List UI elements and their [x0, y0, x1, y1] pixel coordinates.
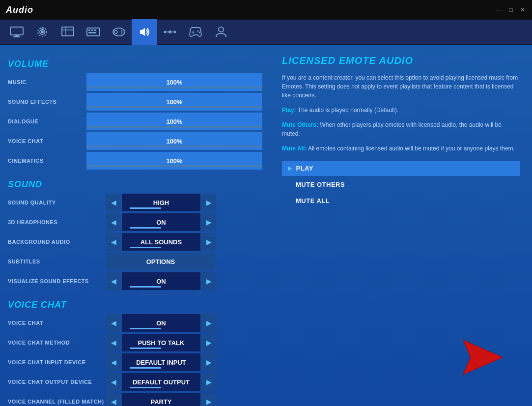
voice-chat-row: VOICE CHAT ◀ ON ▶ [8, 314, 262, 332]
voice-channel-control: ◀ PARTY ▶ [106, 393, 216, 406]
voice-input-next[interactable]: ▶ [201, 353, 216, 371]
bg-audio-prev[interactable]: ◀ [106, 233, 121, 251]
nav-display[interactable] [55, 19, 81, 45]
svg-marker-18 [140, 28, 145, 36]
nav-bar [0, 20, 532, 45]
volume-section-title: VOLUME [8, 59, 262, 69]
nav-audio[interactable] [132, 19, 157, 45]
option-mute-others[interactable]: MUTE OTHERS [282, 177, 520, 192]
info-play-desc: Play: The audio is played normally (Defa… [282, 106, 520, 115]
voice-channel-value: PARTY [122, 393, 200, 406]
cinematics-value: 100% [166, 157, 182, 165]
visualize-row: VISUALIZE SOUND EFFECTS ◀ ON ▶ [8, 272, 262, 290]
sound-quality-prev[interactable]: ◀ [106, 194, 121, 211]
mute-all-desc-text: All emotes containing licensed audio wil… [308, 145, 515, 152]
svg-rect-2 [13, 36, 20, 37]
headphones-row: 3D HEADPHONES ◀ ON ▶ [8, 213, 262, 231]
dialogue-value: 100% [166, 118, 182, 125]
voice-chat-vol-label: VOICE CHAT [8, 138, 86, 144]
option-play[interactable]: ▶ PLAY [282, 161, 520, 176]
play-arrow-icon: ▶ [288, 165, 292, 172]
subtitles-row: SUBTITLES OPTIONS [8, 253, 262, 270]
maximize-button[interactable]: □ [507, 6, 514, 13]
option-mute-all-label: MUTE ALL [296, 197, 330, 204]
svg-rect-10 [88, 29, 90, 31]
voice-channel-next[interactable]: ▶ [201, 393, 216, 406]
headphones-control: ◀ ON ▶ [106, 213, 216, 231]
visualize-label: VISUALIZE SOUND EFFECTS [8, 278, 106, 284]
bg-audio-label: BACKGROUND AUDIO [8, 239, 106, 245]
info-description: If you are a content creator, you can se… [282, 73, 520, 100]
voice-output-prev[interactable]: ◀ [106, 373, 121, 391]
left-panel: VOLUME MUSIC 100% SOUND EFFECTS 100% DIA… [0, 45, 270, 406]
bg-audio-control: ◀ ALL SOUNDS ▶ [106, 233, 216, 251]
bg-audio-value: ALL SOUNDS [122, 233, 200, 251]
svg-point-27 [199, 32, 200, 33]
right-panel: LICENSED EMOTE AUDIO If you are a conten… [270, 45, 532, 406]
subtitles-options-btn[interactable]: OPTIONS [106, 253, 215, 270]
voice-input-row: VOICE CHAT INPUT DEVICE ◀ DEFAULT INPUT … [8, 353, 262, 371]
voice-channel-prev[interactable]: ◀ [106, 393, 121, 406]
bg-audio-next[interactable]: ▶ [201, 233, 216, 251]
mute-all-highlight: Mute All: [282, 145, 307, 152]
music-bar[interactable]: 100% [86, 73, 262, 91]
voice-chat-vol-bar[interactable]: 100% [86, 132, 262, 150]
play-highlight: Play: [282, 107, 296, 114]
window-controls: — □ ✕ [496, 6, 526, 13]
close-button[interactable]: ✕ [519, 6, 526, 13]
headphones-label: 3D HEADPHONES [8, 219, 106, 225]
sound-effects-bar[interactable]: 100% [86, 93, 262, 111]
visualize-next[interactable]: ▶ [201, 272, 216, 290]
svg-point-16 [121, 30, 123, 32]
headphones-next[interactable]: ▶ [201, 213, 216, 231]
option-play-label: PLAY [296, 165, 313, 172]
voice-chat-control: ◀ ON ▶ [106, 314, 216, 332]
sound-quality-value: HIGH [122, 194, 200, 211]
voice-input-value: DEFAULT INPUT [122, 353, 200, 371]
visualize-control: ◀ ON ▶ [106, 272, 216, 290]
nav-gamepad[interactable] [183, 19, 208, 45]
nav-settings[interactable] [29, 19, 55, 45]
sound-effects-value: 100% [166, 98, 182, 106]
svg-point-15 [114, 30, 117, 33]
visualize-prev[interactable]: ◀ [106, 272, 121, 290]
info-mute-all-desc: Mute All: All emotes containing licensed… [282, 144, 520, 153]
voice-chat-method-prev[interactable]: ◀ [106, 334, 121, 351]
sound-quality-control: ◀ HIGH ▶ [106, 194, 216, 211]
music-row: MUSIC 100% [8, 73, 262, 91]
cinematics-bar[interactable]: 100% [86, 152, 262, 170]
voice-chat-next[interactable]: ▶ [201, 314, 216, 332]
voice-output-next[interactable]: ▶ [201, 373, 216, 391]
minimize-button[interactable]: — [496, 6, 503, 13]
nav-network[interactable] [157, 19, 183, 45]
headphones-value: ON [122, 213, 200, 231]
nav-monitor[interactable] [4, 19, 29, 45]
nav-controller-alt[interactable] [106, 19, 132, 45]
svg-rect-6 [62, 27, 74, 36]
sound-section-title: SOUND [8, 179, 262, 190]
music-value: 100% [166, 79, 182, 86]
headphones-prev[interactable]: ◀ [106, 213, 121, 231]
voice-input-prev[interactable]: ◀ [106, 353, 121, 371]
bg-audio-row: BACKGROUND AUDIO ◀ ALL SOUNDS ▶ [8, 233, 262, 251]
svg-rect-1 [15, 35, 19, 36]
voice-channel-row: VOICE CHANNEL (FILLED MATCH) ◀ PARTY ▶ [8, 393, 262, 406]
option-mute-all[interactable]: MUTE ALL [282, 193, 520, 208]
sound-quality-label: SOUND QUALITY [8, 200, 106, 205]
svg-point-20 [164, 31, 167, 33]
voice-chat-method-control: ◀ PUSH TO TALK ▶ [106, 334, 216, 351]
sound-quality-next[interactable]: ▶ [201, 194, 216, 211]
sound-quality-row: SOUND QUALITY ◀ HIGH ▶ [8, 194, 262, 211]
nav-account[interactable] [208, 19, 234, 45]
voice-chat-method-next[interactable]: ▶ [201, 334, 216, 351]
sound-effects-row: SOUND EFFECTS 100% [8, 93, 262, 111]
voice-chat-vol-value: 100% [166, 138, 182, 145]
subtitles-label: SUBTITLES [8, 259, 106, 264]
dialogue-label: DIALOGUE [8, 118, 86, 124]
voice-input-label: VOICE CHAT INPUT DEVICE [8, 359, 106, 365]
svg-rect-11 [91, 29, 93, 31]
voice-chat-prev[interactable]: ◀ [106, 314, 121, 332]
dialogue-bar[interactable]: 100% [86, 113, 262, 130]
svg-point-17 [121, 32, 123, 34]
nav-keyboard[interactable] [81, 19, 106, 45]
